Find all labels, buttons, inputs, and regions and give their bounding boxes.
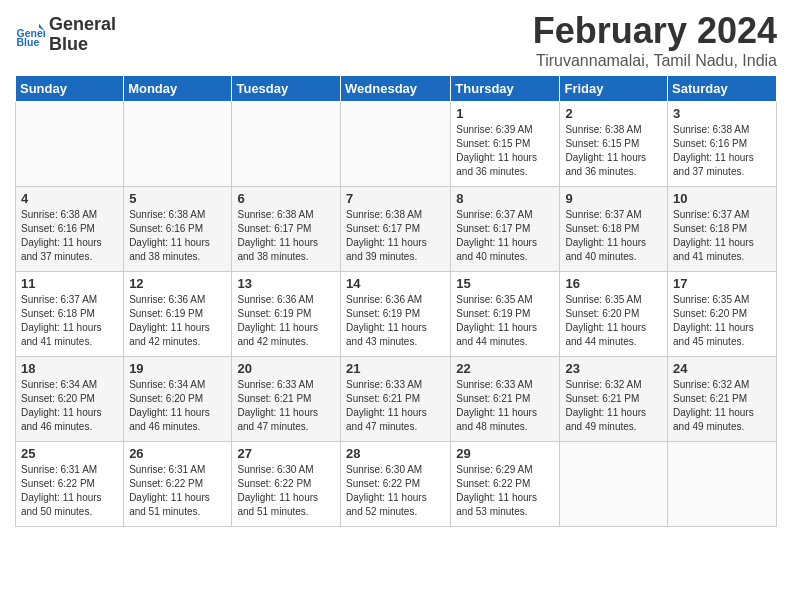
day-info: Sunrise: 6:32 AMSunset: 6:21 PMDaylight:… bbox=[565, 378, 662, 434]
day-info: Sunrise: 6:29 AMSunset: 6:22 PMDaylight:… bbox=[456, 463, 554, 519]
day-number: 8 bbox=[456, 191, 554, 206]
day-number: 22 bbox=[456, 361, 554, 376]
weekday-header-cell: Monday bbox=[124, 76, 232, 102]
day-info: Sunrise: 6:36 AMSunset: 6:19 PMDaylight:… bbox=[237, 293, 335, 349]
day-number: 6 bbox=[237, 191, 335, 206]
calendar-day-cell bbox=[668, 442, 777, 527]
calendar-day-cell bbox=[16, 102, 124, 187]
day-number: 7 bbox=[346, 191, 445, 206]
calendar-day-cell: 15Sunrise: 6:35 AMSunset: 6:19 PMDayligh… bbox=[451, 272, 560, 357]
day-number: 12 bbox=[129, 276, 226, 291]
day-info: Sunrise: 6:38 AMSunset: 6:17 PMDaylight:… bbox=[237, 208, 335, 264]
day-info: Sunrise: 6:36 AMSunset: 6:19 PMDaylight:… bbox=[346, 293, 445, 349]
calendar-table: SundayMondayTuesdayWednesdayThursdayFrid… bbox=[15, 75, 777, 527]
day-info: Sunrise: 6:33 AMSunset: 6:21 PMDaylight:… bbox=[237, 378, 335, 434]
calendar-body: 1Sunrise: 6:39 AMSunset: 6:15 PMDaylight… bbox=[16, 102, 777, 527]
day-number: 5 bbox=[129, 191, 226, 206]
calendar-day-cell: 7Sunrise: 6:38 AMSunset: 6:17 PMDaylight… bbox=[341, 187, 451, 272]
day-info: Sunrise: 6:38 AMSunset: 6:16 PMDaylight:… bbox=[21, 208, 118, 264]
day-number: 28 bbox=[346, 446, 445, 461]
calendar-day-cell: 27Sunrise: 6:30 AMSunset: 6:22 PMDayligh… bbox=[232, 442, 341, 527]
day-info: Sunrise: 6:38 AMSunset: 6:17 PMDaylight:… bbox=[346, 208, 445, 264]
calendar-day-cell: 8Sunrise: 6:37 AMSunset: 6:17 PMDaylight… bbox=[451, 187, 560, 272]
day-info: Sunrise: 6:37 AMSunset: 6:18 PMDaylight:… bbox=[565, 208, 662, 264]
calendar-day-cell: 1Sunrise: 6:39 AMSunset: 6:15 PMDaylight… bbox=[451, 102, 560, 187]
calendar-subtitle: Tiruvannamalai, Tamil Nadu, India bbox=[533, 52, 777, 70]
weekday-header-cell: Tuesday bbox=[232, 76, 341, 102]
day-info: Sunrise: 6:35 AMSunset: 6:19 PMDaylight:… bbox=[456, 293, 554, 349]
calendar-day-cell: 16Sunrise: 6:35 AMSunset: 6:20 PMDayligh… bbox=[560, 272, 668, 357]
calendar-day-cell: 11Sunrise: 6:37 AMSunset: 6:18 PMDayligh… bbox=[16, 272, 124, 357]
calendar-day-cell: 6Sunrise: 6:38 AMSunset: 6:17 PMDaylight… bbox=[232, 187, 341, 272]
day-number: 20 bbox=[237, 361, 335, 376]
day-number: 3 bbox=[673, 106, 771, 121]
calendar-day-cell: 12Sunrise: 6:36 AMSunset: 6:19 PMDayligh… bbox=[124, 272, 232, 357]
calendar-day-cell: 2Sunrise: 6:38 AMSunset: 6:15 PMDaylight… bbox=[560, 102, 668, 187]
calendar-day-cell: 29Sunrise: 6:29 AMSunset: 6:22 PMDayligh… bbox=[451, 442, 560, 527]
calendar-week-row: 4Sunrise: 6:38 AMSunset: 6:16 PMDaylight… bbox=[16, 187, 777, 272]
svg-text:Blue: Blue bbox=[17, 36, 40, 48]
day-info: Sunrise: 6:37 AMSunset: 6:18 PMDaylight:… bbox=[673, 208, 771, 264]
day-number: 25 bbox=[21, 446, 118, 461]
weekday-header-cell: Friday bbox=[560, 76, 668, 102]
calendar-day-cell: 5Sunrise: 6:38 AMSunset: 6:16 PMDaylight… bbox=[124, 187, 232, 272]
calendar-week-row: 1Sunrise: 6:39 AMSunset: 6:15 PMDaylight… bbox=[16, 102, 777, 187]
calendar-day-cell: 28Sunrise: 6:30 AMSunset: 6:22 PMDayligh… bbox=[341, 442, 451, 527]
day-info: Sunrise: 6:36 AMSunset: 6:19 PMDaylight:… bbox=[129, 293, 226, 349]
day-number: 24 bbox=[673, 361, 771, 376]
calendar-day-cell: 4Sunrise: 6:38 AMSunset: 6:16 PMDaylight… bbox=[16, 187, 124, 272]
calendar-week-row: 18Sunrise: 6:34 AMSunset: 6:20 PMDayligh… bbox=[16, 357, 777, 442]
day-info: Sunrise: 6:37 AMSunset: 6:17 PMDaylight:… bbox=[456, 208, 554, 264]
calendar-day-cell: 13Sunrise: 6:36 AMSunset: 6:19 PMDayligh… bbox=[232, 272, 341, 357]
calendar-day-cell: 3Sunrise: 6:38 AMSunset: 6:16 PMDaylight… bbox=[668, 102, 777, 187]
calendar-day-cell: 23Sunrise: 6:32 AMSunset: 6:21 PMDayligh… bbox=[560, 357, 668, 442]
calendar-day-cell: 18Sunrise: 6:34 AMSunset: 6:20 PMDayligh… bbox=[16, 357, 124, 442]
day-info: Sunrise: 6:31 AMSunset: 6:22 PMDaylight:… bbox=[21, 463, 118, 519]
day-info: Sunrise: 6:33 AMSunset: 6:21 PMDaylight:… bbox=[456, 378, 554, 434]
logo: General Blue General Blue bbox=[15, 10, 116, 55]
day-number: 14 bbox=[346, 276, 445, 291]
calendar-day-cell bbox=[232, 102, 341, 187]
calendar-week-row: 11Sunrise: 6:37 AMSunset: 6:18 PMDayligh… bbox=[16, 272, 777, 357]
calendar-day-cell: 9Sunrise: 6:37 AMSunset: 6:18 PMDaylight… bbox=[560, 187, 668, 272]
weekday-header-cell: Saturday bbox=[668, 76, 777, 102]
day-info: Sunrise: 6:35 AMSunset: 6:20 PMDaylight:… bbox=[565, 293, 662, 349]
logo-icon: General Blue bbox=[15, 20, 45, 50]
day-info: Sunrise: 6:37 AMSunset: 6:18 PMDaylight:… bbox=[21, 293, 118, 349]
calendar-day-cell: 20Sunrise: 6:33 AMSunset: 6:21 PMDayligh… bbox=[232, 357, 341, 442]
day-info: Sunrise: 6:32 AMSunset: 6:21 PMDaylight:… bbox=[673, 378, 771, 434]
calendar-day-cell: 26Sunrise: 6:31 AMSunset: 6:22 PMDayligh… bbox=[124, 442, 232, 527]
day-info: Sunrise: 6:33 AMSunset: 6:21 PMDaylight:… bbox=[346, 378, 445, 434]
day-number: 10 bbox=[673, 191, 771, 206]
day-info: Sunrise: 6:39 AMSunset: 6:15 PMDaylight:… bbox=[456, 123, 554, 179]
weekday-header-row: SundayMondayTuesdayWednesdayThursdayFrid… bbox=[16, 76, 777, 102]
day-number: 9 bbox=[565, 191, 662, 206]
day-number: 23 bbox=[565, 361, 662, 376]
calendar-title: February 2024 bbox=[533, 10, 777, 52]
day-info: Sunrise: 6:38 AMSunset: 6:16 PMDaylight:… bbox=[129, 208, 226, 264]
day-number: 15 bbox=[456, 276, 554, 291]
calendar-day-cell: 14Sunrise: 6:36 AMSunset: 6:19 PMDayligh… bbox=[341, 272, 451, 357]
day-number: 19 bbox=[129, 361, 226, 376]
day-info: Sunrise: 6:34 AMSunset: 6:20 PMDaylight:… bbox=[129, 378, 226, 434]
calendar-title-area: February 2024 Tiruvannamalai, Tamil Nadu… bbox=[533, 10, 777, 70]
logo-line1: General bbox=[49, 15, 116, 35]
day-info: Sunrise: 6:34 AMSunset: 6:20 PMDaylight:… bbox=[21, 378, 118, 434]
calendar-day-cell bbox=[341, 102, 451, 187]
day-info: Sunrise: 6:30 AMSunset: 6:22 PMDaylight:… bbox=[346, 463, 445, 519]
calendar-day-cell bbox=[560, 442, 668, 527]
calendar-week-row: 25Sunrise: 6:31 AMSunset: 6:22 PMDayligh… bbox=[16, 442, 777, 527]
calendar-day-cell bbox=[124, 102, 232, 187]
calendar-day-cell: 22Sunrise: 6:33 AMSunset: 6:21 PMDayligh… bbox=[451, 357, 560, 442]
day-number: 29 bbox=[456, 446, 554, 461]
calendar-day-cell: 25Sunrise: 6:31 AMSunset: 6:22 PMDayligh… bbox=[16, 442, 124, 527]
day-number: 17 bbox=[673, 276, 771, 291]
day-info: Sunrise: 6:30 AMSunset: 6:22 PMDaylight:… bbox=[237, 463, 335, 519]
calendar-day-cell: 10Sunrise: 6:37 AMSunset: 6:18 PMDayligh… bbox=[668, 187, 777, 272]
day-info: Sunrise: 6:31 AMSunset: 6:22 PMDaylight:… bbox=[129, 463, 226, 519]
day-number: 16 bbox=[565, 276, 662, 291]
page-header: General Blue General Blue February 2024 … bbox=[15, 10, 777, 70]
calendar-day-cell: 24Sunrise: 6:32 AMSunset: 6:21 PMDayligh… bbox=[668, 357, 777, 442]
day-number: 26 bbox=[129, 446, 226, 461]
day-number: 21 bbox=[346, 361, 445, 376]
